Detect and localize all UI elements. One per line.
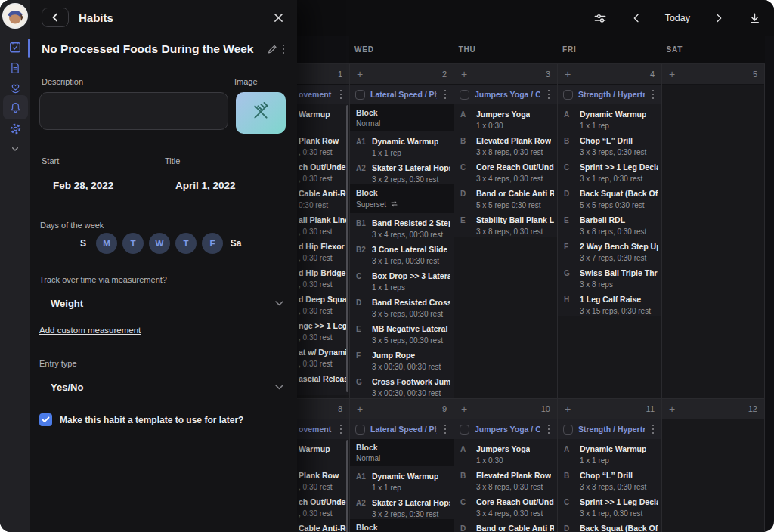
exercise-row[interactable]: DBand or Cable Anti Rotati...5 x 5 reps …: [454, 518, 557, 532]
exercise-row[interactable]: EMB Negative Lateral Hop...3 x 5 reps, 0…: [350, 319, 454, 345]
measurement-select[interactable]: Weight: [51, 298, 283, 309]
day-toggle-w[interactable]: W: [149, 233, 170, 254]
day-toggle-t[interactable]: T: [122, 233, 144, 254]
workout-menu-kebab-icon[interactable]: [442, 88, 449, 101]
workout-checkbox[interactable]: [563, 90, 573, 100]
avatar[interactable]: [2, 3, 28, 29]
exercise-row[interactable]: GSwiss Ball Triple Threat3 x 8 reps: [558, 263, 661, 289]
sidebar-item-documents[interactable]: [0, 61, 30, 75]
workout-card[interactable]: ovement Q...WarmupPlank Row, 0:30 restch…: [297, 85, 349, 395]
exercise-row[interactable]: FJump Rope3 x 00:30, 00:30 rest: [350, 345, 454, 372]
add-event-button[interactable]: +: [565, 404, 571, 414]
exercise-row[interactable]: BChop “L” Drill3 x 3 reps, 0:30 rest: [558, 131, 661, 157]
exercise-row[interactable]: CBox Drop >> 3 Lateral H...1 x 1 reps: [350, 266, 454, 292]
exercise-row[interactable]: A1Dynamic Warmup1 x 1 rep: [350, 466, 454, 493]
filter-sliders-icon[interactable]: [593, 11, 608, 26]
exercise-row[interactable]: CCore Reach Out/Under3 x 4 reps, 0:30 re…: [454, 157, 557, 184]
exercise-row[interactable]: BChop “L” Drill3 x 3 reps, 0:30 rest: [558, 466, 661, 492]
exercise-row[interactable]: B1Band Resisted 2 Step Late...3 x 4 reps…: [350, 213, 454, 240]
add-custom-measurement-link[interactable]: Add custom measurement: [39, 326, 141, 335]
scrollbar-thumb[interactable]: [346, 105, 348, 392]
workout-card[interactable]: Lateral Speed / PlyoBlockNormalA1Dynamic…: [350, 85, 454, 398]
add-event-button[interactable]: +: [357, 69, 363, 79]
add-event-button[interactable]: +: [669, 69, 675, 79]
today-button[interactable]: Today: [665, 13, 690, 23]
exercise-row[interactable]: CSprint >> 1 Leg Declarations3 x 1 rep, …: [558, 157, 661, 184]
exercise-row[interactable]: DBand Resisted Crossover...3 x 5 reps, 0…: [350, 292, 454, 319]
workout-card[interactable]: Strength / Hypertro...ADynamic Warmup1 x…: [558, 85, 661, 316]
back-button[interactable]: [42, 8, 69, 27]
workout-checkbox[interactable]: [355, 425, 365, 435]
workout-menu-kebab-icon[interactable]: [338, 88, 345, 101]
exercise-row[interactable]: CSprint >> 1 Leg Declarations3 x 1 rep, …: [558, 492, 661, 518]
download-icon[interactable]: [748, 11, 762, 26]
add-event-button[interactable]: +: [565, 69, 571, 79]
exercise-row[interactable]: nge >> 1 Leg St..., 0:30 rest: [297, 316, 349, 342]
exercise-row[interactable]: Cable Anti-Rotati...0:30 rest: [297, 184, 349, 210]
workout-card[interactable]: ovement Q...WarmupPlank Row, 0:30 restch…: [297, 419, 349, 532]
exercise-row[interactable]: ch Out/Under, 0:30 rest: [297, 492, 349, 518]
exercise-row[interactable]: d Hip Flexor Rais..., 0:30 rest: [297, 237, 349, 263]
next-week-button[interactable]: [713, 12, 725, 24]
exercise-row[interactable]: ADynamic Warmup1 x 1 rep: [558, 104, 661, 131]
workout-checkbox[interactable]: [563, 425, 573, 435]
exercise-row[interactable]: d Deep Squat Mo..., 0:30 rest: [297, 289, 349, 316]
exercise-row[interactable]: Cable Anti-Rotati...: [297, 518, 349, 532]
workout-menu-kebab-icon[interactable]: [650, 423, 657, 436]
exercise-row[interactable]: BElevated Plank Row3 x 8 reps, 0:30 rest: [454, 131, 557, 157]
workout-card[interactable]: Lateral Speed / PlyoBlockNormalA1Dynamic…: [350, 419, 454, 532]
habit-image-thumbnail[interactable]: [236, 92, 286, 134]
description-input[interactable]: [39, 92, 228, 130]
add-event-button[interactable]: +: [461, 404, 467, 414]
day-toggle-t[interactable]: T: [175, 233, 197, 254]
exercise-row[interactable]: at w/ Dynamic P..., 0:30 rest: [297, 342, 349, 369]
scrollbar-thumb[interactable]: [346, 440, 348, 532]
workout-menu-kebab-icon[interactable]: [338, 423, 345, 436]
sidebar-expand[interactable]: [0, 143, 30, 155]
exercise-row[interactable]: A2Skater 3 Lateral Hops >> ...3 x 2 reps…: [350, 493, 454, 519]
day-toggle-sa[interactable]: Sa: [228, 238, 243, 249]
exercise-row[interactable]: Plank Row, 0:30 rest: [297, 131, 349, 157]
exercise-row[interactable]: DBack Squat (Back Off Set)5 x 5 reps 0:3…: [558, 518, 661, 532]
day-toggle-m[interactable]: M: [96, 233, 117, 254]
workout-menu-kebab-icon[interactable]: [650, 88, 657, 101]
habit-menu-kebab-icon[interactable]: [280, 43, 287, 56]
exercise-row[interactable]: GCross Footwork Jump Rope3 x 00:30, 00:3…: [350, 372, 454, 398]
exercise-row[interactable]: Warmup: [297, 104, 349, 131]
close-icon[interactable]: [271, 10, 286, 26]
day-toggle-f[interactable]: F: [202, 233, 223, 254]
day-toggle-s[interactable]: S: [76, 238, 91, 249]
exercise-row[interactable]: ADynamic Warmup1 x 1 rep: [558, 439, 661, 466]
exercise-row[interactable]: DBack Squat (Back Off Set)5 x 5 reps 0:3…: [558, 184, 661, 210]
workout-checkbox[interactable]: [355, 90, 365, 100]
exercise-row[interactable]: CCore Reach Out/Under3 x 4 reps, 0:30 re…: [454, 492, 557, 518]
edit-pencil-icon[interactable]: [266, 43, 278, 55]
exercise-row[interactable]: F2 Way Bench Step Up3 x 7 reps, 0:30 res…: [558, 237, 661, 263]
exercise-row[interactable]: BElevated Plank Row3 x 8 reps, 0:30 rest: [454, 466, 557, 492]
exercise-row[interactable]: all Plank Linear ..., 0:30 rest: [297, 210, 349, 237]
previous-week-button[interactable]: [630, 12, 642, 24]
workout-checkbox[interactable]: [460, 90, 469, 100]
exercise-row[interactable]: EStability Ball Plank Linear ...3 x 8 re…: [454, 210, 557, 237]
workout-card[interactable]: Jumpers Yoga / CoreAJumpers Yoga1 x 0:30…: [454, 85, 557, 237]
add-event-button[interactable]: +: [669, 404, 675, 414]
sidebar-item-health[interactable]: [0, 81, 30, 95]
exercise-row[interactable]: DBand or Cable Anti Rotati...5 x 5 reps …: [454, 184, 557, 210]
workout-checkbox[interactable]: [460, 425, 469, 435]
sidebar-item-settings[interactable]: [0, 122, 30, 136]
exercise-row[interactable]: ascial Release C...: [297, 369, 349, 395]
add-event-button[interactable]: +: [357, 404, 363, 414]
exercise-row[interactable]: EBarbell RDL3 x 8 reps, 0:30 rest: [558, 210, 661, 237]
start-date-value[interactable]: Feb 28, 2022: [53, 180, 113, 191]
exercise-row[interactable]: Plank Row, 0:30 rest: [297, 466, 349, 492]
add-event-button[interactable]: +: [461, 69, 467, 79]
exercise-row[interactable]: H1 Leg Calf Raise3 x 15 reps, 0:30 rest: [558, 289, 661, 316]
exercise-row[interactable]: AJumpers Yoga1 x 0:30: [454, 439, 557, 466]
workout-card[interactable]: Jumpers Yoga / CoreAJumpers Yoga1 x 0:30…: [454, 419, 557, 532]
exercise-row[interactable]: A2Skater 3 Lateral Hops >> ...3 x 2 reps…: [350, 158, 454, 184]
exercise-row[interactable]: AJumpers Yoga1 x 0:30: [454, 104, 557, 131]
end-date-value[interactable]: April 1, 2022: [175, 180, 236, 191]
entry-type-select[interactable]: Yes/No: [51, 382, 283, 393]
exercise-row[interactable]: Warmup: [297, 439, 349, 466]
sidebar-item-calendar[interactable]: [0, 40, 30, 54]
